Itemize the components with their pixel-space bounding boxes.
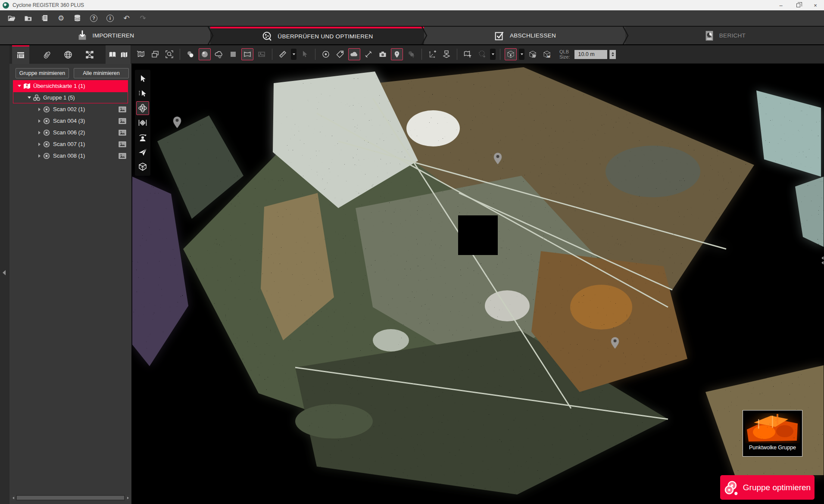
- tab-abschliessen[interactable]: ABSCHLIESSEN: [424, 27, 625, 44]
- qlb-size-stepper[interactable]: [609, 50, 616, 59]
- close-button[interactable]: ×: [807, 0, 824, 10]
- cascade-windows-icon[interactable]: [149, 48, 161, 60]
- multi-select-arrow-tool[interactable]: [136, 87, 149, 100]
- expander-right-icon[interactable]: [36, 131, 42, 134]
- group-filter-icon[interactable]: [405, 48, 417, 60]
- tab-bericht-label: BERICHT: [719, 32, 746, 39]
- map-filter-icon[interactable]: [462, 48, 474, 60]
- sidebar-tab-project[interactable]: [12, 45, 29, 64]
- measure-dropdown[interactable]: [291, 49, 297, 60]
- cloud-visibility-icon[interactable]: [348, 48, 360, 60]
- limit-box-add-icon[interactable]: [505, 48, 517, 60]
- viewport-edge-scroll-arrows[interactable]: [821, 256, 824, 264]
- open-project-button[interactable]: [6, 12, 18, 24]
- view-cube-tool[interactable]: [136, 160, 149, 174]
- fly-tool[interactable]: [136, 145, 149, 159]
- expander-right-icon[interactable]: [36, 143, 42, 146]
- minimize-all-button[interactable]: Alle minimieren: [74, 68, 129, 78]
- orbit-tool[interactable]: [136, 101, 149, 115]
- sidebar-tab-annotations[interactable]: [38, 45, 55, 64]
- expander-right-icon[interactable]: [36, 154, 42, 158]
- polygon-select-dropdown[interactable]: [490, 49, 496, 60]
- tree-item-gruppe-1[interactable]: Gruppe 1 (5): [13, 92, 128, 103]
- scan-image-icon[interactable]: [119, 118, 126, 124]
- snapshot-camera-icon[interactable]: [377, 48, 389, 60]
- undo-button[interactable]: ↶: [121, 12, 132, 24]
- scan-position-icon[interactable]: [320, 48, 332, 60]
- navigation-tool-column: [135, 70, 150, 176]
- expander-down-icon[interactable]: [16, 85, 22, 87]
- tab-importieren-label: IMPORTIEREN: [93, 32, 134, 39]
- tree-item-scan-004[interactable]: Scan 004 (3): [13, 115, 128, 127]
- add-coordinate-system-icon[interactable]: [426, 48, 438, 60]
- panel-collapse-strip[interactable]: [0, 45, 9, 504]
- geotag-pin-icon[interactable]: [391, 48, 403, 60]
- select-arrow-tool[interactable]: [136, 72, 149, 86]
- scrollbar-thumb[interactable]: [17, 496, 124, 500]
- sidebar-tab-web[interactable]: [59, 45, 77, 64]
- group-thumbnail-image: [745, 412, 800, 443]
- constrained-orbit-tool[interactable]: [136, 116, 149, 130]
- storage-button[interactable]: [72, 12, 83, 24]
- panorama-view-icon[interactable]: [241, 48, 253, 60]
- expander-right-icon[interactable]: [36, 119, 42, 123]
- tab-ueberpruefen-label: ÜBERPRÜFEN UND OPTIMIEREN: [278, 33, 373, 40]
- tag-icon[interactable]: [334, 48, 346, 60]
- tab-bericht[interactable]: BERICHT: [625, 27, 824, 44]
- pick-cursor-icon[interactable]: [299, 48, 311, 60]
- new-map-view-icon[interactable]: [135, 48, 147, 60]
- scroll-left-button[interactable]: [10, 495, 16, 501]
- toolbar-separator: [315, 49, 315, 60]
- image-view-icon[interactable]: [256, 48, 268, 60]
- settings-gear-button[interactable]: ⚙: [55, 12, 67, 24]
- group-cluster-icon: [32, 94, 41, 101]
- restore-button[interactable]: [790, 0, 807, 10]
- limit-box-manager-icon[interactable]: M: [541, 48, 553, 60]
- qlb-size-input[interactable]: 10.0 m: [574, 50, 607, 59]
- bundle-book-icon[interactable]: [109, 51, 116, 59]
- zoom-fit-icon[interactable]: [163, 48, 175, 60]
- blend-views-icon[interactable]: [184, 48, 197, 60]
- close-project-button[interactable]: [22, 12, 34, 24]
- point-cloud-viewport[interactable]: Punktwolke Gruppe Gruppe optimieren: [131, 64, 824, 504]
- scan-image-icon[interactable]: [119, 141, 126, 147]
- measure-link-icon[interactable]: [362, 48, 375, 60]
- polygon-select-icon[interactable]: [476, 48, 488, 60]
- sphere-view-icon[interactable]: [199, 48, 211, 60]
- look-around-tool[interactable]: [136, 131, 149, 144]
- optimize-group-button[interactable]: Gruppe optimieren: [720, 475, 815, 500]
- align-view-icon[interactable]: [440, 48, 453, 60]
- tab-importieren[interactable]: IMPORTIEREN: [0, 27, 210, 44]
- tree-item-scan-007[interactable]: Scan 007 (1): [13, 138, 128, 150]
- map-book-icon[interactable]: [120, 51, 128, 59]
- sidebar-horizontal-scrollbar[interactable]: [10, 495, 131, 501]
- measure-ruler-icon[interactable]: [277, 48, 289, 60]
- review-magnifier-icon: [261, 31, 273, 43]
- info-button[interactable]: i: [104, 12, 116, 24]
- limit-box-view-icon[interactable]: [527, 48, 539, 60]
- tree-item-scan-008[interactable]: Scan 008 (1): [13, 150, 128, 162]
- project-manager-button[interactable]: [39, 12, 50, 24]
- viewport-toolbar: M QLB Size: 10.0 m: [131, 45, 824, 64]
- tree-item-uebersichtskarte[interactable]: Übersichtskarte 1 (1): [13, 80, 128, 92]
- tree-item-label: Scan 007 (1): [53, 141, 85, 147]
- report-icon: [704, 30, 715, 42]
- group-thumbnail-panel[interactable]: Punktwolke Gruppe: [743, 410, 802, 457]
- minimize-group-button[interactable]: Gruppe minimieren: [16, 68, 69, 78]
- sidebar-tab-network[interactable]: [81, 45, 98, 64]
- point-cloud-view-icon[interactable]: [213, 48, 225, 60]
- tree-item-scan-002[interactable]: Scan 002 (1): [13, 103, 128, 115]
- scan-image-icon[interactable]: [119, 130, 126, 136]
- solid-view-icon[interactable]: [227, 48, 239, 60]
- scan-image-icon[interactable]: [119, 106, 126, 112]
- scan-image-icon[interactable]: [119, 153, 126, 159]
- limit-box-dropdown[interactable]: [519, 49, 524, 60]
- expander-right-icon[interactable]: [36, 108, 42, 111]
- minimize-button[interactable]: –: [772, 0, 790, 10]
- tab-ueberpruefen-und-optimieren[interactable]: ÜBERPRÜFEN UND OPTIMIEREN: [210, 27, 424, 44]
- tree-item-scan-006[interactable]: Scan 006 (2): [13, 127, 128, 138]
- redo-button[interactable]: ↷: [137, 12, 149, 24]
- scroll-right-button[interactable]: [125, 495, 131, 501]
- help-button[interactable]: ?: [88, 12, 100, 24]
- expander-down-icon[interactable]: [26, 96, 32, 99]
